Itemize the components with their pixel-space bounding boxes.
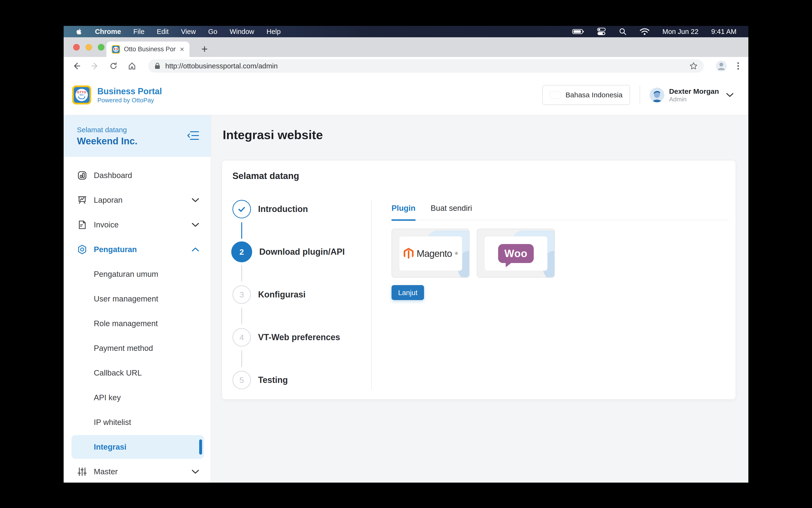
sidebar-item-invoice[interactable]: Invoice	[63, 212, 211, 237]
browser-menu-icon[interactable]	[736, 62, 740, 70]
step-label: VT-Web preferences	[258, 332, 340, 342]
address-bar[interactable]: http://ottobusinessportal.com/admin	[148, 59, 704, 73]
sidebar-collapse-icon[interactable]	[187, 130, 200, 142]
sidebar-item-label: Pengaturan	[94, 245, 137, 254]
step-vt-web-preferences[interactable]: 4 VT-Web preferences	[232, 328, 371, 347]
menubar-item-edit[interactable]: Edit	[157, 28, 169, 36]
magento-wordmark: Magento	[417, 248, 452, 259]
reload-icon[interactable]	[109, 62, 118, 70]
tab-title: Otto Business Portal	[124, 46, 176, 53]
sidebar-item-label: Payment method	[94, 344, 153, 353]
sidebar-item-role-management[interactable]: Role management	[63, 311, 211, 336]
step-number: 3	[232, 285, 251, 304]
report-icon	[77, 195, 87, 205]
active-indicator-bar	[199, 439, 202, 455]
battery-icon[interactable]	[572, 29, 584, 34]
menubar-item-go[interactable]: Go	[208, 28, 217, 36]
sliders-icon	[77, 466, 87, 477]
header-divider	[640, 85, 640, 104]
control-center-icon[interactable]	[597, 27, 606, 36]
menubar-time[interactable]: 9:41 AM	[711, 28, 736, 36]
brand-title: Business Portal	[97, 86, 162, 97]
user-menu-chevron-down-icon[interactable]	[726, 92, 734, 98]
window-close-button[interactable]	[73, 44, 80, 50]
menubar-app-name[interactable]: Chrome	[95, 28, 121, 36]
sidebar-item-payment-method[interactable]: Payment method	[63, 336, 211, 361]
chevron-up-icon	[191, 247, 200, 252]
tab-buat-sendiri[interactable]: Buat sendiri	[431, 204, 472, 220]
sidebar-item-label: Integrasi	[94, 442, 127, 452]
chevron-down-icon	[191, 198, 200, 203]
ottopay-favicon	[112, 45, 120, 54]
step-testing[interactable]: 5 Testing	[232, 371, 371, 389]
registered-mark: ®	[455, 251, 458, 256]
menubar-item-file[interactable]: File	[133, 28, 144, 36]
plugin-card-woocommerce[interactable]: Woo	[477, 228, 555, 278]
url-text[interactable]: http://ottobusinessportal.com/admin	[165, 62, 685, 70]
sidebar-item-user-management[interactable]: User management	[63, 287, 211, 311]
sidebar-item-laporan[interactable]: Laporan	[63, 188, 211, 212]
sidebar: Selamat datang Weekend Inc. Dashboard	[63, 115, 211, 482]
window-zoom-button[interactable]	[98, 44, 104, 50]
language-label: Bahasa Indonesia	[565, 91, 623, 99]
brand: OTTO PAY Business Portal Powered by Otto…	[72, 85, 162, 104]
sidebar-item-label: API key	[94, 393, 121, 402]
woocommerce-logo: Woo	[498, 244, 534, 263]
macos-screen: Chrome File Edit View Go Window Help Mon…	[63, 26, 749, 482]
main-content: Integrasi website Selamat datang Introdu…	[211, 115, 749, 482]
step-download-plugin-api[interactable]: 2 Download plugin/API	[232, 243, 371, 261]
wifi-icon[interactable]	[640, 28, 650, 35]
language-selector[interactable]: Bahasa Indonesia	[542, 85, 630, 105]
plugin-card-magento[interactable]: Magento ®	[391, 228, 470, 278]
sidebar-item-callback-url[interactable]: Callback URL	[63, 361, 211, 385]
profile-icon[interactable]	[716, 60, 727, 72]
step-konfigurasi[interactable]: 3 Konfigurasi	[232, 285, 371, 304]
plugin-tabs: Plugin Buat sendiri	[391, 204, 728, 220]
continue-button[interactable]: Lanjut	[391, 285, 424, 300]
forward-icon[interactable]	[91, 62, 99, 70]
menubar-item-window[interactable]: Window	[229, 28, 254, 36]
logo-text: OTTO	[77, 91, 86, 94]
menubar-date[interactable]: Mon Jun 22	[663, 28, 698, 36]
sidebar-item-master[interactable]: Master	[63, 459, 211, 482]
sidebar-item-dashboard[interactable]: Dashboard	[63, 163, 211, 188]
menubar-item-help[interactable]: Help	[266, 28, 281, 36]
brand-subtitle: Powered by OttoPay	[97, 97, 162, 104]
sidebar-item-pengaturan-umum[interactable]: Pengaturan umum	[63, 262, 211, 287]
menubar-item-view[interactable]: View	[181, 28, 196, 36]
tab-close-icon[interactable]: ×	[180, 45, 184, 54]
bookmark-star-icon[interactable]	[689, 62, 697, 70]
page-title: Integrasi website	[223, 128, 736, 142]
lock-icon[interactable]	[154, 62, 161, 70]
sidebar-item-label: Callback URL	[94, 369, 142, 377]
sidebar-item-api-key[interactable]: API key	[63, 385, 211, 410]
tab-plugin[interactable]: Plugin	[391, 204, 416, 221]
settings-icon	[77, 244, 87, 255]
portal-header: OTTO PAY Business Portal Powered by Otto…	[63, 75, 749, 115]
sidebar-item-ip-whitelist[interactable]: IP whitelist	[63, 410, 211, 435]
user-avatar[interactable]	[650, 88, 664, 102]
step-label: Download plugin/API	[259, 247, 345, 257]
sidebar-item-label: Pengaturan umum	[94, 270, 158, 279]
magento-logo: Magento ®	[403, 248, 458, 259]
home-icon[interactable]	[128, 62, 136, 70]
invoice-icon	[77, 220, 87, 230]
step-introduction[interactable]: Introduction	[232, 200, 371, 218]
card-title: Selamat datang	[232, 171, 728, 181]
step-number: 5	[232, 371, 251, 389]
new-tab-button[interactable]: +	[201, 43, 208, 54]
sidebar-item-integrasi[interactable]: Integrasi	[72, 435, 204, 459]
indonesia-flag-icon	[550, 91, 560, 99]
step-connector	[241, 265, 242, 282]
sidebar-item-pengaturan[interactable]: Pengaturan	[63, 237, 211, 262]
sidebar-item-label: Laporan	[94, 196, 123, 205]
ottopay-logo: OTTO PAY	[72, 85, 91, 104]
chevron-down-icon	[191, 222, 200, 227]
sidebar-item-label: Master	[94, 467, 118, 476]
back-icon[interactable]	[72, 62, 81, 70]
window-minimize-button[interactable]	[85, 44, 92, 50]
apple-icon[interactable]	[76, 28, 83, 35]
spotlight-icon[interactable]	[619, 28, 627, 36]
user-info: Dexter Morgan Admin	[669, 87, 719, 103]
browser-tab[interactable]: Otto Business Portal ×	[106, 42, 189, 57]
